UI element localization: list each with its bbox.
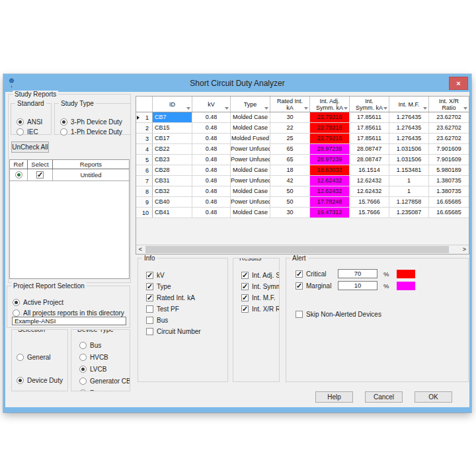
cell-rated-int-ka[interactable]: 30: [270, 208, 310, 218]
cell-kv[interactable]: 0.48: [192, 165, 231, 175]
column-header-rated-int[interactable]: Rated Int. kA: [270, 97, 310, 112]
cell-id[interactable]: CB31: [153, 176, 192, 186]
select-checkbox-icon[interactable]: [36, 171, 44, 178]
table-row-cb7[interactable]: 1CB70.48Molded Case3022.7921617.856111.2…: [136, 112, 469, 123]
uncheck-all-button[interactable]: UnCheck All: [11, 141, 49, 153]
cell-int-adj-symm-ka[interactable]: 22.79216: [310, 112, 350, 122]
cell-int-xr-ratio[interactable]: 7.901609: [429, 144, 469, 154]
cell-int-xr-ratio[interactable]: 16.65685: [429, 208, 469, 218]
cell-int-mf[interactable]: 1.235087: [389, 208, 429, 218]
cell-rated-int-ka[interactable]: 42: [270, 176, 310, 186]
cell-int-adj-symm-ka[interactable]: 17.78248: [310, 197, 350, 207]
cell-int-mf[interactable]: 1.031506: [389, 155, 429, 165]
cell-int-symm-ka[interactable]: 28.08747: [350, 155, 389, 165]
cell-int-adj-symm-ka[interactable]: 28.97239: [310, 144, 350, 154]
cell-type[interactable]: Power Unfused: [231, 144, 270, 154]
cell-int-mf[interactable]: 1.276435: [389, 134, 429, 143]
cell-int-adj-symm-ka[interactable]: 12.62432: [310, 186, 350, 196]
table-row-cb41[interactable]: 10CB410.48Molded Case3019.4731215.76661.…: [136, 208, 469, 218]
selection-option-device-duty[interactable]: Device Duty: [17, 376, 67, 384]
cell-rated-int-ka[interactable]: 25: [270, 134, 310, 143]
row-header[interactable]: 4: [136, 144, 153, 154]
column-header-kv[interactable]: kV: [192, 97, 231, 112]
table-row-cb28[interactable]: 6CB280.48Molded Case1818.6303316.15141.1…: [136, 165, 469, 176]
cell-id[interactable]: CB7: [153, 112, 192, 122]
column-dropdown-icon[interactable]: [423, 107, 427, 110]
cell-int-symm-ka[interactable]: 28.08747: [350, 144, 389, 154]
column-dropdown-icon[interactable]: [383, 107, 387, 110]
cell-int-mf[interactable]: 1.127858: [389, 197, 429, 207]
table-row-cb23[interactable]: 5CB230.48Power Unfused6528.9723928.08747…: [136, 155, 469, 165]
column-dropdown-icon[interactable]: [225, 107, 229, 110]
scrollbar-thumb[interactable]: [145, 246, 449, 253]
selection-option-general[interactable]: General: [17, 353, 67, 361]
column-header-int-adj[interactable]: Int. Adj. Symm. kA: [310, 97, 350, 112]
cell-type[interactable]: Power Unfused: [231, 176, 270, 186]
cell-kv[interactable]: 0.48: [192, 208, 231, 218]
table-row-cb31[interactable]: 7CB310.48Power Unfused4212.6243212.62432…: [136, 176, 469, 186]
cell-kv[interactable]: 0.48: [192, 134, 231, 143]
cell-int-xr-ratio[interactable]: 1.380735: [429, 186, 469, 196]
cell-id[interactable]: CB40: [153, 197, 192, 207]
cell-int-xr-ratio[interactable]: 1.380735: [429, 176, 469, 186]
cell-int-symm-ka[interactable]: 15.7666: [350, 197, 389, 207]
cell-int-symm-ka[interactable]: 17.85611: [350, 134, 389, 143]
cell-int-symm-ka[interactable]: 12.62432: [350, 176, 389, 186]
study-type-option-1-ph-device-duty[interactable]: 1-Ph Device Duty: [60, 128, 130, 136]
info-option-kv[interactable]: kV: [146, 272, 227, 279]
study-type-option-3-ph-device-duty[interactable]: 3-Ph Device Duty: [60, 118, 130, 126]
results-option-int-m-f[interactable]: Int. M.F.: [241, 294, 279, 301]
cell-id[interactable]: CB32: [153, 186, 192, 196]
cell-kv[interactable]: 0.48: [192, 123, 231, 133]
cell-type[interactable]: Molded Case: [231, 112, 270, 122]
project-option-all-projects-reports-in-this-directory[interactable]: All projects reports in this directory: [13, 309, 130, 317]
cell-int-xr-ratio[interactable]: 5.980189: [429, 165, 469, 175]
cell-rated-int-ka[interactable]: 50: [270, 197, 310, 207]
cell-rated-int-ka[interactable]: 50: [270, 186, 310, 196]
column-dropdown-icon[interactable]: [463, 107, 467, 110]
critical-threshold-input[interactable]: 70: [338, 269, 377, 278]
cell-int-adj-symm-ka[interactable]: 22.79216: [310, 134, 350, 143]
column-dropdown-icon[interactable]: [304, 107, 308, 110]
cell-int-adj-symm-ka[interactable]: 22.79216: [310, 123, 350, 133]
help-button[interactable]: Help: [315, 391, 353, 403]
marginal-threshold-input[interactable]: 10: [338, 281, 377, 290]
row-header[interactable]: 5: [136, 155, 153, 165]
cell-int-symm-ka[interactable]: 17.85611: [350, 123, 389, 133]
skip-non-alerted-row[interactable]: Skip Non-Alerted Devices: [296, 309, 381, 319]
row-header[interactable]: 9: [136, 197, 153, 207]
row-header[interactable]: 1: [136, 112, 153, 122]
cell-int-adj-symm-ka[interactable]: 12.62432: [310, 176, 350, 186]
cell-type[interactable]: Molded Case: [231, 165, 270, 175]
cell-id[interactable]: CB28: [153, 165, 192, 175]
cell-id[interactable]: CB41: [153, 208, 192, 218]
cell-kv[interactable]: 0.48: [192, 112, 231, 122]
row-header[interactable]: 10: [136, 208, 153, 218]
cell-int-symm-ka[interactable]: 16.1514: [350, 165, 389, 175]
table-row-cb15[interactable]: 2CB150.48Molded Case2222.7921617.856111.…: [136, 123, 469, 134]
cell-int-xr-ratio[interactable]: 23.62702: [429, 123, 469, 133]
row-header[interactable]: 2: [136, 123, 153, 133]
cell-int-xr-ratio[interactable]: 7.901609: [429, 155, 469, 165]
column-dropdown-icon[interactable]: [186, 107, 190, 110]
scroll-right-icon[interactable]: >: [460, 245, 469, 253]
cell-int-mf[interactable]: 1: [389, 186, 429, 196]
cell-id[interactable]: CB17: [153, 134, 192, 143]
row-header[interactable]: 8: [136, 186, 153, 196]
cell-type[interactable]: Molded Fused: [231, 134, 270, 143]
cell-int-adj-symm-ka[interactable]: 19.47312: [310, 208, 350, 218]
directory-field[interactable]: Example-ANSI: [12, 317, 126, 325]
table-row-cb40[interactable]: 9CB400.48Power Unfused5017.7824815.76661…: [136, 197, 469, 208]
reports-list-row[interactable]: Untitled: [10, 169, 129, 181]
skip-checkbox-icon[interactable]: [296, 311, 303, 318]
cell-int-xr-ratio[interactable]: 16.65685: [429, 197, 469, 207]
info-option-bus[interactable]: Bus: [146, 317, 227, 324]
marginal-checkbox-icon[interactable]: [296, 282, 303, 290]
cell-int-xr-ratio[interactable]: 23.62702: [429, 134, 469, 143]
table-row-cb22[interactable]: 4CB220.48Power Unfused6528.9723928.08747…: [136, 144, 469, 155]
row-header[interactable]: 3: [136, 134, 153, 143]
results-option-int-symm-k[interactable]: Int. Symm. k: [241, 283, 279, 290]
cell-int-symm-ka[interactable]: 15.7666: [350, 208, 389, 218]
cell-kv[interactable]: 0.48: [192, 197, 231, 207]
cell-id[interactable]: CB23: [153, 155, 192, 165]
